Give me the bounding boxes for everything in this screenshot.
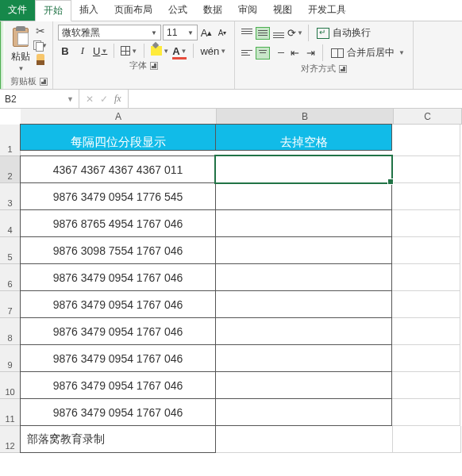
cell-data-a[interactable]: 9876 3479 0954 1767 046 <box>20 290 216 318</box>
ribbon: 粘贴 ▼ ✂ ▼ 剪贴板 微软雅黑▼ 11▼ A▴ A▾ B I U▼ <box>0 21 462 90</box>
italic-button[interactable]: I <box>75 44 90 58</box>
cell-data-a[interactable]: 9876 3479 0954 1776 545 <box>20 182 216 210</box>
cell-data-b[interactable] <box>215 398 392 426</box>
align-middle-button[interactable] <box>256 27 270 40</box>
col-header-a[interactable]: A <box>21 109 217 125</box>
row-header[interactable]: 3 <box>0 183 21 210</box>
cell-footer[interactable]: 部落窝教育录制 <box>20 425 216 453</box>
col-header-b[interactable]: B <box>217 109 394 125</box>
cell[interactable] <box>392 183 460 210</box>
tab-page-layout[interactable]: 页面布局 <box>106 0 160 21</box>
tab-insert[interactable]: 插入 <box>71 0 106 21</box>
cell-data-a[interactable]: 9876 8765 4954 1767 046 <box>20 209 216 237</box>
cell-data-a[interactable]: 9876 3479 0954 1767 046 <box>20 371 216 399</box>
tab-home[interactable]: 开始 <box>35 0 71 21</box>
cell[interactable] <box>392 210 460 237</box>
tab-data[interactable]: 数据 <box>195 0 230 21</box>
row-header[interactable]: 8 <box>0 318 21 345</box>
merge-center-button[interactable]: 合并后居中▼ <box>328 44 408 61</box>
tab-formula[interactable]: 公式 <box>160 0 195 21</box>
wrap-text-button[interactable]: 自动换行 <box>314 25 374 41</box>
font-dialog-launcher[interactable] <box>150 62 158 70</box>
bold-button[interactable]: B <box>58 44 72 58</box>
cell[interactable] <box>392 318 460 345</box>
cell-data-b[interactable] <box>215 182 392 210</box>
paste-icon <box>11 26 30 48</box>
col-header-c[interactable]: C <box>394 109 462 125</box>
cell-data-a[interactable]: 9876 3479 0954 1767 046 <box>20 344 216 372</box>
shrink-font-button[interactable]: A▾ <box>215 25 229 40</box>
orientation-button[interactable]: ⟳▼ <box>287 26 303 40</box>
cell[interactable] <box>392 237 460 264</box>
decrease-indent-button[interactable]: ⇤ <box>287 46 302 60</box>
cell-data-a[interactable]: 9876 3479 0954 1767 046 <box>20 317 216 345</box>
cell-data-b[interactable] <box>215 371 392 399</box>
cell-data-b[interactable] <box>215 290 392 318</box>
row-header[interactable]: 5 <box>0 237 21 264</box>
cell[interactable] <box>216 426 393 453</box>
cell-data-b[interactable] <box>215 155 392 183</box>
align-bottom-button[interactable] <box>271 27 286 40</box>
tab-file[interactable]: 文件 <box>0 0 35 21</box>
enter-icon[interactable]: ✓ <box>100 94 108 105</box>
cell-data-b[interactable] <box>215 344 392 372</box>
fill-color-button[interactable]: ▼ <box>151 44 169 58</box>
row-header[interactable]: 12 <box>0 426 21 453</box>
cell[interactable] <box>392 399 460 426</box>
cell[interactable] <box>392 291 460 318</box>
row-header[interactable]: 4 <box>0 210 21 237</box>
phonetic-button[interactable]: wén▼ <box>200 44 226 58</box>
cell[interactable] <box>393 426 461 453</box>
font-color-button[interactable]: A▼ <box>172 44 187 58</box>
cell[interactable] <box>392 264 460 291</box>
row-header[interactable]: 11 <box>0 399 21 426</box>
row-header[interactable]: 6 <box>0 264 21 291</box>
cell-data-a[interactable]: 4367 4367 4367 4367 011 <box>20 155 216 183</box>
grow-font-button[interactable]: A▴ <box>199 25 214 40</box>
tab-view[interactable]: 视图 <box>265 0 300 21</box>
cell-header-b[interactable]: 去掉空格 <box>215 124 392 151</box>
clipboard-dialog-launcher[interactable] <box>40 78 48 86</box>
row-header[interactable]: 1 <box>0 125 21 156</box>
cell-header-a[interactable]: 每隔四位分段显示 <box>20 124 216 151</box>
cell-data-a[interactable]: 9876 3479 0954 1767 046 <box>20 263 216 291</box>
paste-button[interactable]: 粘贴 ▼ <box>10 25 32 74</box>
align-center-button[interactable] <box>256 47 270 60</box>
name-box[interactable]: B2▼ <box>0 90 79 108</box>
row-header[interactable]: 2 <box>0 156 21 183</box>
formula-input[interactable] <box>129 90 462 108</box>
row-header[interactable]: 7 <box>0 291 21 318</box>
cell-data-b[interactable] <box>215 317 392 345</box>
row-header[interactable]: 10 <box>0 372 21 399</box>
cell[interactable] <box>392 345 460 372</box>
font-name-value: 微软雅黑 <box>62 26 100 40</box>
cell-data-a[interactable]: 9876 3479 0954 1767 046 <box>20 398 216 426</box>
align-dialog-launcher[interactable] <box>339 65 347 73</box>
wrap-icon <box>317 28 329 39</box>
border-button[interactable]: ▼ <box>121 44 137 58</box>
cell[interactable] <box>392 372 460 399</box>
cell-data-b[interactable] <box>215 209 392 237</box>
scissors-icon: ✂ <box>36 25 45 37</box>
cell[interactable] <box>392 156 460 183</box>
underline-button[interactable]: U▼ <box>93 44 107 58</box>
tab-developer[interactable]: 开发工具 <box>300 0 354 21</box>
cell-data-a[interactable]: 9876 3098 7554 1767 046 <box>20 236 216 264</box>
cell[interactable] <box>392 125 460 156</box>
increase-indent-button[interactable]: ⇥ <box>303 46 318 60</box>
copy-button[interactable]: ▼ <box>33 39 48 52</box>
row-header[interactable]: 9 <box>0 345 21 372</box>
font-name-combo[interactable]: 微软雅黑▼ <box>58 25 161 40</box>
align-top-button[interactable] <box>240 27 254 40</box>
fx-icon[interactable]: fx <box>114 93 121 105</box>
align-right-button[interactable] <box>271 47 286 60</box>
cell-data-b[interactable] <box>215 236 392 264</box>
align-left-button[interactable] <box>240 47 254 60</box>
cell-data-b[interactable] <box>215 263 392 291</box>
cancel-icon[interactable]: ✕ <box>86 94 94 105</box>
wen-label: wén <box>200 45 219 57</box>
cut-button[interactable]: ✂ <box>33 25 48 37</box>
tab-review[interactable]: 审阅 <box>230 0 265 21</box>
format-painter-button[interactable] <box>33 53 48 66</box>
font-size-combo[interactable]: 11▼ <box>163 25 198 40</box>
